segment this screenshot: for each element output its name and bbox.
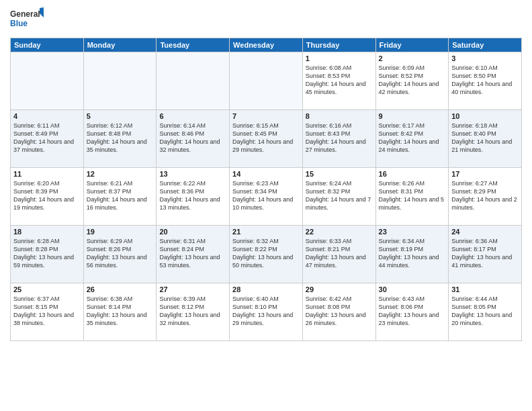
day-number: 16 (379, 170, 446, 178)
calendar-cell: 29Sunrise: 6:42 AM Sunset: 8:08 PM Dayli… (302, 283, 375, 341)
cell-content: Sunrise: 6:14 AM Sunset: 8:46 PM Dayligh… (159, 122, 226, 154)
day-number: 9 (379, 112, 446, 120)
day-number: 20 (159, 228, 226, 236)
day-number: 11 (13, 170, 81, 178)
cell-content: Sunrise: 6:09 AM Sunset: 8:52 PM Dayligh… (379, 64, 446, 97)
calendar-cell: 23Sunrise: 6:34 AM Sunset: 8:19 PM Dayli… (375, 226, 449, 283)
cell-content: Sunrise: 6:44 AM Sunset: 8:05 PM Dayligh… (451, 295, 519, 328)
calendar-cell (230, 52, 303, 110)
calendar-cell: 4Sunrise: 6:11 AM Sunset: 8:49 PM Daylig… (11, 110, 84, 168)
day-number: 30 (379, 285, 446, 293)
calendar-week-row: 1Sunrise: 6:08 AM Sunset: 8:53 PM Daylig… (11, 52, 522, 110)
calendar-cell: 24Sunrise: 6:36 AM Sunset: 8:17 PM Dayli… (449, 226, 522, 283)
cell-content: Sunrise: 6:27 AM Sunset: 8:29 PM Dayligh… (451, 179, 519, 212)
cell-content: Sunrise: 6:37 AM Sunset: 8:15 PM Dayligh… (13, 295, 81, 328)
cell-content: Sunrise: 6:39 AM Sunset: 8:12 PM Dayligh… (159, 295, 226, 328)
calendar-day-header-saturday: Saturday (449, 38, 522, 52)
calendar-cell: 1Sunrise: 6:08 AM Sunset: 8:53 PM Daylig… (302, 52, 375, 110)
calendar-day-header-monday: Monday (83, 38, 157, 52)
cell-content: Sunrise: 6:24 AM Sunset: 8:32 PM Dayligh… (306, 179, 373, 212)
cell-content: Sunrise: 6:34 AM Sunset: 8:19 PM Dayligh… (379, 237, 446, 270)
day-number: 19 (87, 228, 154, 236)
calendar-cell: 25Sunrise: 6:37 AM Sunset: 8:15 PM Dayli… (11, 283, 84, 341)
day-number: 3 (451, 54, 519, 62)
day-number: 7 (232, 112, 300, 120)
day-number: 31 (451, 285, 519, 293)
cell-content: Sunrise: 6:21 AM Sunset: 8:37 PM Dayligh… (87, 179, 154, 212)
day-number: 21 (232, 228, 300, 236)
day-number: 10 (451, 112, 519, 120)
day-number: 15 (306, 170, 373, 178)
calendar-cell: 22Sunrise: 6:33 AM Sunset: 8:21 PM Dayli… (302, 226, 375, 283)
calendar-cell: 19Sunrise: 6:29 AM Sunset: 8:26 PM Dayli… (83, 226, 157, 283)
day-number: 4 (13, 112, 81, 120)
calendar-cell (83, 52, 157, 110)
calendar-week-row: 4Sunrise: 6:11 AM Sunset: 8:49 PM Daylig… (11, 110, 522, 168)
cell-content: Sunrise: 6:16 AM Sunset: 8:43 PM Dayligh… (306, 122, 373, 154)
cell-content: Sunrise: 6:42 AM Sunset: 8:08 PM Dayligh… (306, 295, 373, 328)
svg-text:Blue: Blue (10, 19, 28, 28)
cell-content: Sunrise: 6:26 AM Sunset: 8:31 PM Dayligh… (379, 179, 446, 212)
calendar-cell: 11Sunrise: 6:20 AM Sunset: 8:39 PM Dayli… (11, 168, 84, 226)
cell-content: Sunrise: 6:12 AM Sunset: 8:48 PM Dayligh… (87, 122, 154, 154)
cell-content: Sunrise: 6:40 AM Sunset: 8:10 PM Dayligh… (232, 295, 300, 328)
cell-content: Sunrise: 6:11 AM Sunset: 8:49 PM Dayligh… (13, 122, 81, 154)
day-number: 28 (232, 285, 300, 293)
day-number: 25 (13, 285, 81, 293)
cell-content: Sunrise: 6:23 AM Sunset: 8:34 PM Dayligh… (232, 179, 300, 212)
day-number: 27 (159, 285, 226, 293)
cell-content: Sunrise: 6:15 AM Sunset: 8:45 PM Dayligh… (232, 122, 300, 154)
day-number: 12 (87, 170, 154, 178)
day-number: 13 (159, 170, 226, 178)
calendar-cell: 30Sunrise: 6:43 AM Sunset: 8:06 PM Dayli… (375, 283, 449, 341)
cell-content: Sunrise: 6:22 AM Sunset: 8:36 PM Dayligh… (159, 179, 226, 212)
cell-content: Sunrise: 6:36 AM Sunset: 8:17 PM Dayligh… (451, 237, 519, 270)
cell-content: Sunrise: 6:38 AM Sunset: 8:14 PM Dayligh… (87, 295, 154, 328)
calendar-cell: 12Sunrise: 6:21 AM Sunset: 8:37 PM Dayli… (83, 168, 157, 226)
calendar-day-header-thursday: Thursday (302, 38, 375, 52)
logo-svg: General Blue (10, 7, 44, 32)
cell-content: Sunrise: 6:10 AM Sunset: 8:50 PM Dayligh… (451, 64, 519, 97)
calendar-cell: 20Sunrise: 6:31 AM Sunset: 8:24 PM Dayli… (157, 226, 230, 283)
day-number: 14 (232, 170, 300, 178)
cell-content: Sunrise: 6:29 AM Sunset: 8:26 PM Dayligh… (87, 237, 154, 270)
calendar-cell: 14Sunrise: 6:23 AM Sunset: 8:34 PM Dayli… (230, 168, 303, 226)
calendar-cell: 7Sunrise: 6:15 AM Sunset: 8:45 PM Daylig… (230, 110, 303, 168)
calendar-cell: 21Sunrise: 6:32 AM Sunset: 8:22 PM Dayli… (230, 226, 303, 283)
svg-marker-2 (40, 8, 44, 19)
calendar-cell: 8Sunrise: 6:16 AM Sunset: 8:43 PM Daylig… (302, 110, 375, 168)
cell-content: Sunrise: 6:17 AM Sunset: 8:42 PM Dayligh… (379, 122, 446, 154)
calendar-cell: 27Sunrise: 6:39 AM Sunset: 8:12 PM Dayli… (157, 283, 230, 341)
day-number: 8 (306, 112, 373, 120)
cell-content: Sunrise: 6:33 AM Sunset: 8:21 PM Dayligh… (306, 237, 373, 270)
cell-content: Sunrise: 6:31 AM Sunset: 8:24 PM Dayligh… (159, 237, 226, 270)
cell-content: Sunrise: 6:28 AM Sunset: 8:28 PM Dayligh… (13, 237, 81, 270)
calendar-cell: 18Sunrise: 6:28 AM Sunset: 8:28 PM Dayli… (11, 226, 84, 283)
calendar-cell: 9Sunrise: 6:17 AM Sunset: 8:42 PM Daylig… (375, 110, 449, 168)
calendar-week-row: 25Sunrise: 6:37 AM Sunset: 8:15 PM Dayli… (11, 283, 522, 341)
day-number: 24 (451, 228, 519, 236)
day-number: 22 (306, 228, 373, 236)
calendar-week-row: 11Sunrise: 6:20 AM Sunset: 8:39 PM Dayli… (11, 168, 522, 226)
cell-content: Sunrise: 6:08 AM Sunset: 8:53 PM Dayligh… (306, 64, 373, 97)
calendar-cell (11, 52, 84, 110)
cell-content: Sunrise: 6:20 AM Sunset: 8:39 PM Dayligh… (13, 179, 81, 212)
day-number: 17 (451, 170, 519, 178)
svg-marker-3 (40, 7, 44, 8)
day-number: 29 (306, 285, 373, 293)
calendar-cell: 15Sunrise: 6:24 AM Sunset: 8:32 PM Dayli… (302, 168, 375, 226)
svg-text:General: General (10, 9, 40, 19)
calendar-cell (157, 52, 230, 110)
calendar-day-header-wednesday: Wednesday (230, 38, 303, 52)
day-number: 18 (13, 228, 81, 236)
logo: General Blue (10, 7, 44, 32)
calendar-cell: 16Sunrise: 6:26 AM Sunset: 8:31 PM Dayli… (375, 168, 449, 226)
cell-content: Sunrise: 6:32 AM Sunset: 8:22 PM Dayligh… (232, 237, 300, 270)
calendar-day-header-sunday: Sunday (11, 38, 84, 52)
calendar: SundayMondayTuesdayWednesdayThursdayFrid… (10, 38, 522, 341)
day-number: 2 (379, 54, 446, 62)
day-number: 6 (159, 112, 226, 120)
calendar-cell: 5Sunrise: 6:12 AM Sunset: 8:48 PM Daylig… (83, 110, 157, 168)
calendar-cell: 13Sunrise: 6:22 AM Sunset: 8:36 PM Dayli… (157, 168, 230, 226)
calendar-cell: 6Sunrise: 6:14 AM Sunset: 8:46 PM Daylig… (157, 110, 230, 168)
